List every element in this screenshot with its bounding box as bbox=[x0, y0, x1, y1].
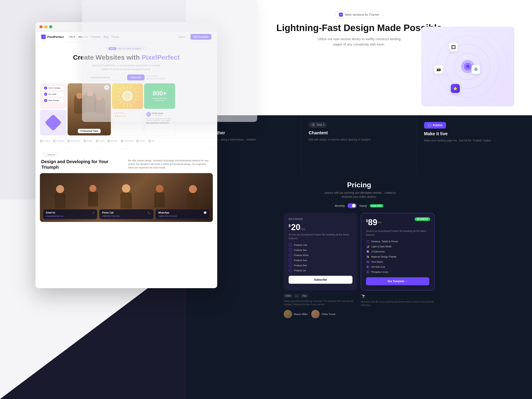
radar-bg: 🔲 📸 ⚙️ ⭐ bbox=[421, 27, 514, 106]
about-title: Design and Developing for Your Triumph bbox=[41, 159, 125, 170]
step-4: 👤 Publish Make it live Make your landing… bbox=[417, 115, 532, 173]
beginner-badge: BEGINNER bbox=[289, 218, 352, 220]
step-3-badge: 3 Step 3 bbox=[309, 122, 327, 128]
photo-label: Professional Team bbox=[78, 129, 101, 133]
price-period-1: /mo bbox=[301, 228, 305, 231]
logo-bar-flash: Flash bbox=[96, 140, 104, 142]
pricing-toggle: Monthly Yearly Save 21% bbox=[196, 203, 522, 208]
logo-bar-border: Border bbox=[108, 140, 117, 142]
nav-info[interactable]: Info ▾ bbox=[69, 35, 75, 38]
whatsapp-card-value: +(999) 333-6754-322 bbox=[158, 215, 207, 217]
price-amount-1: 20 bbox=[291, 223, 300, 231]
feature-item: ✓ Feature six bbox=[289, 269, 352, 272]
feature-item: ✓ Feature one bbox=[289, 243, 352, 247]
testimonial-quote: Moment in the life of any aspiring astro… bbox=[361, 300, 434, 307]
publish-button[interactable]: 👤 Publish bbox=[424, 122, 446, 129]
step-3-title: Chantent bbox=[309, 130, 409, 135]
pro-header: $ 89 /mo BUSINESS bbox=[366, 218, 429, 227]
pro-price-amount: 89 bbox=[368, 218, 377, 227]
contact-cards-overlay: Email Us ↗ example@mail.com Phone Call 📞… bbox=[43, 209, 210, 219]
about-section: About us Design and Developing for Your … bbox=[35, 149, 217, 173]
scroll-indicator: ⌃ bbox=[35, 144, 217, 149]
payment-desc: Safety payments provided by Gumroad. The… bbox=[284, 299, 357, 306]
phone-card-value: +999 555-1234-789 bbox=[102, 215, 151, 217]
logo-bar-ve: Ve... bbox=[148, 140, 156, 142]
radar-dot-3: ⚙️ bbox=[471, 65, 480, 74]
pro-feature-1: 📱 Desktop, Tablet & Phone bbox=[366, 240, 429, 243]
steps-section: 2 Step 2 ...hem together ...essly integr… bbox=[186, 115, 532, 173]
toggle-switch[interactable] bbox=[348, 203, 356, 208]
dot-green bbox=[49, 25, 52, 28]
logo-bar-proline: Proline bbox=[40, 140, 50, 142]
feature-item: ✓ Feature two bbox=[289, 248, 352, 252]
tag-ui: + UI/UX Design bbox=[42, 86, 64, 90]
get-template-button[interactable]: Get Template → bbox=[366, 277, 429, 285]
payment-logos-area: VISA ⬩ Pay Safety payments provided by G… bbox=[284, 294, 357, 306]
diamond-shape bbox=[45, 114, 62, 131]
contact-email-card: Email Us ↗ example@mail.com bbox=[43, 209, 97, 219]
tag-web: + Web Design bbox=[42, 98, 64, 103]
pro-feature-4: 🎭 Material Design Palette bbox=[366, 255, 429, 259]
contact-whatsapp-card: WhatsApp 💬 +(999) 333-6754-322 bbox=[155, 209, 210, 219]
radar-dot-2: 📸 bbox=[434, 65, 443, 74]
pro-price-period: /mo bbox=[377, 221, 382, 224]
beginner-desc: Access an exceptional Framer file boasti… bbox=[289, 233, 352, 240]
business-badge: BUSINESS bbox=[415, 217, 430, 221]
feature-item: ✓ Feature four bbox=[289, 259, 352, 262]
logo-bar: Proline Product SnapShot Penta Flash Bor… bbox=[35, 138, 217, 144]
yearly-label[interactable]: Yearly bbox=[359, 204, 367, 208]
team-photo-section: Email Us ↗ example@mail.com Phone Call 📞… bbox=[40, 173, 213, 222]
logo-bar-penta: Penta bbox=[83, 140, 93, 142]
framer-subtitle: Utilize our vast section library to swif… bbox=[315, 36, 403, 47]
monthly-label[interactable]: Monthly bbox=[335, 204, 345, 208]
beginner-price: $ 20 /mo bbox=[289, 223, 352, 231]
about-badge: About us bbox=[41, 153, 58, 157]
avatar-2 bbox=[311, 310, 320, 318]
person-1-name: Mason Miller bbox=[294, 313, 308, 316]
subscribe-button[interactable]: Subscribe bbox=[289, 276, 352, 284]
pricing-subtitle: ...esence with our stunning and affordab… bbox=[321, 191, 397, 199]
payment-info-row: VISA ⬩ Pay Safety payments provided by G… bbox=[284, 294, 434, 307]
pricing-title: Pricing bbox=[196, 181, 522, 189]
step-4-title: Make it live bbox=[424, 131, 525, 136]
pro-feature-6: ⊞ 4/8 Soft Grid bbox=[366, 265, 429, 269]
pro-desc: Access an exceptional Framer file boasti… bbox=[366, 229, 429, 236]
radar-visual: 🔲 📸 ⚙️ ⭐ bbox=[421, 27, 514, 106]
about-desc: We offer modern design, innovative techn… bbox=[128, 159, 211, 170]
pricing-section: Pricing ...esence with our stunning and … bbox=[186, 173, 532, 399]
phone-card-title: Phone Call bbox=[102, 211, 114, 214]
pro-features: 📱 Desktop, Tablet & Phone 🌙 Light & Dark… bbox=[366, 240, 429, 274]
pro-feature-2: 🌙 Light & Dark Mode bbox=[366, 245, 429, 248]
logo-text: PixelPerfect bbox=[47, 35, 64, 38]
people-footer: Mason Miller Chloe Turner bbox=[284, 310, 434, 318]
dot-yellow bbox=[44, 25, 47, 28]
logo-icon: ✦ bbox=[41, 35, 46, 39]
email-card-title: Email Us bbox=[46, 211, 55, 214]
whatsapp-card-title: WhatsApp bbox=[158, 211, 169, 214]
testimonial-area: 🔭 Moment in the life of any aspiring ast… bbox=[361, 294, 434, 307]
logo-bar-waveless: waveless bbox=[120, 140, 133, 142]
framer-icon: ✦ bbox=[339, 13, 343, 17]
secondary-browser bbox=[82, 0, 257, 122]
photo-label-overlay: Professional Team bbox=[68, 129, 111, 133]
person-1: Mason Miller bbox=[284, 310, 308, 318]
avatar-1 bbox=[284, 310, 292, 318]
contact-phone-card: Phone Call 📞 +999 555-1234-789 bbox=[99, 209, 153, 219]
beginner-features: ✓ Feature one ✓ Feature two ✓ Feature th… bbox=[289, 243, 352, 272]
beginner-plan-card: BEGINNER $ 20 /mo Access an exceptional … bbox=[284, 213, 357, 290]
person-2-name: Chloe Turner bbox=[321, 313, 336, 316]
logo-bar-snapshot: SnapShot bbox=[67, 140, 81, 142]
pro-price-dollar: $ bbox=[366, 219, 368, 223]
dot-red bbox=[39, 25, 43, 28]
pro-feature-5: Aa Text Styles bbox=[366, 260, 429, 264]
tags-card: + UI/UX Design + No-Code + Web Design bbox=[40, 83, 66, 109]
step-4-desc: Make your landing page live. Just hit th… bbox=[424, 139, 525, 143]
pro-feature-7: ⬡ Phosphor Icons bbox=[366, 270, 429, 274]
pro-plan-card: $ 89 /mo BUSINESS Access an exceptional … bbox=[361, 213, 434, 290]
testimonial-icon: 🔭 bbox=[361, 294, 434, 299]
diamond-card bbox=[40, 110, 66, 135]
logo-area: ✦ PixelPerfect bbox=[41, 35, 64, 39]
pricing-cards: BEGINNER $ 20 /mo Access an exceptional … bbox=[284, 213, 434, 290]
logo-bar-vision: vision bbox=[136, 140, 145, 142]
save-badge: Save 21% bbox=[370, 204, 383, 208]
